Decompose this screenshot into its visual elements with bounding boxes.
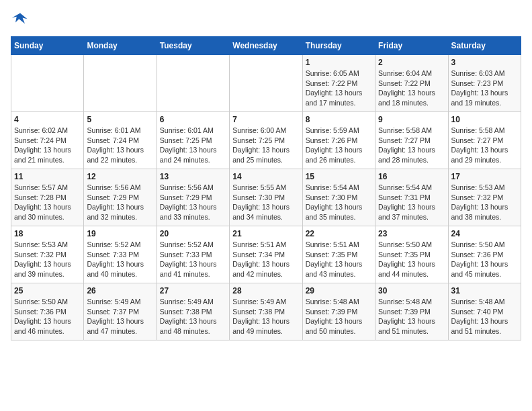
day-info: Sunrise: 5:51 AMSunset: 7:35 PMDaylight:…: [306, 240, 372, 279]
day-number: 18: [14, 229, 81, 238]
column-header-sunday: Sunday: [11, 37, 84, 55]
day-info: Sunrise: 6:01 AMSunset: 7:24 PMDaylight:…: [87, 126, 153, 165]
calendar-cell: 17Sunrise: 5:53 AMSunset: 7:32 PMDayligh…: [448, 169, 521, 226]
day-info: Sunrise: 5:53 AMSunset: 7:32 PMDaylight:…: [14, 240, 81, 279]
day-info: Sunrise: 5:56 AMSunset: 7:29 PMDaylight:…: [87, 183, 153, 222]
day-number: 30: [378, 286, 445, 295]
page-header: [11, 11, 521, 30]
day-info: Sunrise: 6:01 AMSunset: 7:25 PMDaylight:…: [160, 126, 226, 165]
calendar-cell: 13Sunrise: 5:56 AMSunset: 7:29 PMDayligh…: [157, 169, 229, 226]
day-info: Sunrise: 6:02 AMSunset: 7:24 PMDaylight:…: [14, 126, 81, 165]
day-number: 15: [306, 172, 372, 181]
day-number: 26: [87, 286, 153, 295]
day-info: Sunrise: 5:50 AMSunset: 7:35 PMDaylight:…: [378, 240, 445, 279]
day-info: Sunrise: 5:52 AMSunset: 7:33 PMDaylight:…: [160, 240, 226, 279]
day-number: 16: [378, 172, 445, 181]
day-number: 13: [160, 172, 226, 181]
calendar-cell: 21Sunrise: 5:51 AMSunset: 7:34 PMDayligh…: [230, 226, 302, 283]
day-number: 21: [232, 229, 299, 238]
day-number: 5: [87, 115, 153, 124]
day-info: Sunrise: 5:58 AMSunset: 7:27 PMDaylight:…: [378, 126, 445, 165]
day-info: Sunrise: 5:52 AMSunset: 7:33 PMDaylight:…: [87, 240, 153, 279]
calendar-table: SundayMondayTuesdayWednesdayThursdayFrid…: [11, 36, 521, 340]
day-number: 23: [378, 229, 445, 238]
calendar-cell: 27Sunrise: 5:49 AMSunset: 7:38 PMDayligh…: [157, 283, 229, 340]
day-number: 22: [306, 229, 372, 238]
day-info: Sunrise: 5:49 AMSunset: 7:37 PMDaylight:…: [87, 297, 153, 336]
day-info: Sunrise: 6:05 AMSunset: 7:22 PMDaylight:…: [306, 68, 372, 108]
day-number: 3: [451, 58, 518, 67]
calendar-cell: 24Sunrise: 5:50 AMSunset: 7:36 PMDayligh…: [448, 226, 521, 283]
day-number: 29: [306, 286, 372, 295]
day-number: 9: [378, 115, 445, 124]
calendar-cell: 22Sunrise: 5:51 AMSunset: 7:35 PMDayligh…: [302, 226, 375, 283]
calendar-week-2: 4Sunrise: 6:02 AMSunset: 7:24 PMDaylight…: [11, 112, 521, 169]
calendar-cell: 9Sunrise: 5:58 AMSunset: 7:27 PMDaylight…: [375, 112, 448, 169]
calendar-cell: 10Sunrise: 5:58 AMSunset: 7:27 PMDayligh…: [448, 112, 521, 169]
day-info: Sunrise: 5:56 AMSunset: 7:29 PMDaylight:…: [160, 183, 226, 222]
calendar-cell: 28Sunrise: 5:49 AMSunset: 7:38 PMDayligh…: [230, 283, 302, 340]
calendar-cell: 30Sunrise: 5:48 AMSunset: 7:39 PMDayligh…: [375, 283, 448, 340]
calendar-cell: 18Sunrise: 5:53 AMSunset: 7:32 PMDayligh…: [11, 226, 84, 283]
day-info: Sunrise: 6:00 AMSunset: 7:25 PMDaylight:…: [232, 126, 299, 165]
calendar-cell: 5Sunrise: 6:01 AMSunset: 7:24 PMDaylight…: [84, 112, 157, 169]
day-info: Sunrise: 5:57 AMSunset: 7:28 PMDaylight:…: [14, 183, 81, 222]
calendar-cell: 31Sunrise: 5:48 AMSunset: 7:40 PMDayligh…: [448, 283, 521, 340]
day-number: 28: [232, 286, 299, 295]
calendar-cell: 4Sunrise: 6:02 AMSunset: 7:24 PMDaylight…: [11, 112, 84, 169]
day-number: 17: [451, 172, 518, 181]
calendar-week-4: 18Sunrise: 5:53 AMSunset: 7:32 PMDayligh…: [11, 226, 521, 283]
day-info: Sunrise: 5:55 AMSunset: 7:30 PMDaylight:…: [232, 183, 299, 222]
day-info: Sunrise: 5:48 AMSunset: 7:39 PMDaylight:…: [378, 297, 445, 336]
column-header-thursday: Thursday: [302, 37, 375, 55]
calendar-cell: 6Sunrise: 6:01 AMSunset: 7:25 PMDaylight…: [157, 112, 229, 169]
day-info: Sunrise: 5:50 AMSunset: 7:36 PMDaylight:…: [14, 297, 81, 336]
calendar-cell: 16Sunrise: 5:54 AMSunset: 7:31 PMDayligh…: [375, 169, 448, 226]
day-info: Sunrise: 6:04 AMSunset: 7:22 PMDaylight:…: [378, 68, 445, 108]
day-number: 4: [14, 115, 81, 124]
calendar-cell: 12Sunrise: 5:56 AMSunset: 7:29 PMDayligh…: [84, 169, 157, 226]
day-number: 7: [232, 115, 299, 124]
column-header-friday: Friday: [375, 37, 448, 55]
day-number: 6: [160, 115, 226, 124]
calendar-cell: 23Sunrise: 5:50 AMSunset: 7:35 PMDayligh…: [375, 226, 448, 283]
day-number: 14: [232, 172, 299, 181]
day-number: 24: [451, 229, 518, 238]
day-info: Sunrise: 5:49 AMSunset: 7:38 PMDaylight:…: [232, 297, 299, 336]
calendar-header-row: SundayMondayTuesdayWednesdayThursdayFrid…: [11, 37, 521, 55]
column-header-tuesday: Tuesday: [157, 37, 229, 55]
calendar-cell: 2Sunrise: 6:04 AMSunset: 7:22 PMDaylight…: [375, 55, 448, 112]
logo: [11, 11, 32, 30]
calendar-cell: 11Sunrise: 5:57 AMSunset: 7:28 PMDayligh…: [11, 169, 84, 226]
calendar-cell: 8Sunrise: 5:59 AMSunset: 7:26 PMDaylight…: [302, 112, 375, 169]
calendar-week-1: 1Sunrise: 6:05 AMSunset: 7:22 PMDaylight…: [11, 55, 521, 112]
day-info: Sunrise: 5:49 AMSunset: 7:38 PMDaylight:…: [160, 297, 226, 336]
day-info: Sunrise: 5:54 AMSunset: 7:30 PMDaylight:…: [306, 183, 372, 222]
day-info: Sunrise: 6:03 AMSunset: 7:23 PMDaylight:…: [451, 68, 518, 108]
column-header-saturday: Saturday: [448, 37, 521, 55]
calendar-cell: 20Sunrise: 5:52 AMSunset: 7:33 PMDayligh…: [157, 226, 229, 283]
day-info: Sunrise: 5:54 AMSunset: 7:31 PMDaylight:…: [378, 183, 445, 222]
calendar-cell: [230, 55, 302, 112]
svg-marker-0: [12, 13, 28, 24]
day-info: Sunrise: 5:48 AMSunset: 7:39 PMDaylight:…: [306, 297, 372, 336]
calendar-cell: 1Sunrise: 6:05 AMSunset: 7:22 PMDaylight…: [302, 55, 375, 112]
day-number: 2: [378, 58, 445, 67]
day-info: Sunrise: 5:59 AMSunset: 7:26 PMDaylight:…: [306, 126, 372, 165]
calendar-week-3: 11Sunrise: 5:57 AMSunset: 7:28 PMDayligh…: [11, 169, 521, 226]
day-number: 12: [87, 172, 153, 181]
calendar-cell: 19Sunrise: 5:52 AMSunset: 7:33 PMDayligh…: [84, 226, 157, 283]
calendar-cell: 15Sunrise: 5:54 AMSunset: 7:30 PMDayligh…: [302, 169, 375, 226]
day-number: 19: [87, 229, 153, 238]
day-number: 10: [451, 115, 518, 124]
day-number: 8: [306, 115, 372, 124]
calendar-cell: 26Sunrise: 5:49 AMSunset: 7:37 PMDayligh…: [84, 283, 157, 340]
calendar-cell: 25Sunrise: 5:50 AMSunset: 7:36 PMDayligh…: [11, 283, 84, 340]
logo-bird-icon: [11, 11, 30, 30]
day-number: 27: [160, 286, 226, 295]
day-info: Sunrise: 5:51 AMSunset: 7:34 PMDaylight:…: [232, 240, 299, 279]
day-info: Sunrise: 5:48 AMSunset: 7:40 PMDaylight:…: [451, 297, 518, 336]
calendar-cell: [84, 55, 157, 112]
day-info: Sunrise: 5:58 AMSunset: 7:27 PMDaylight:…: [451, 126, 518, 165]
calendar-cell: 3Sunrise: 6:03 AMSunset: 7:23 PMDaylight…: [448, 55, 521, 112]
